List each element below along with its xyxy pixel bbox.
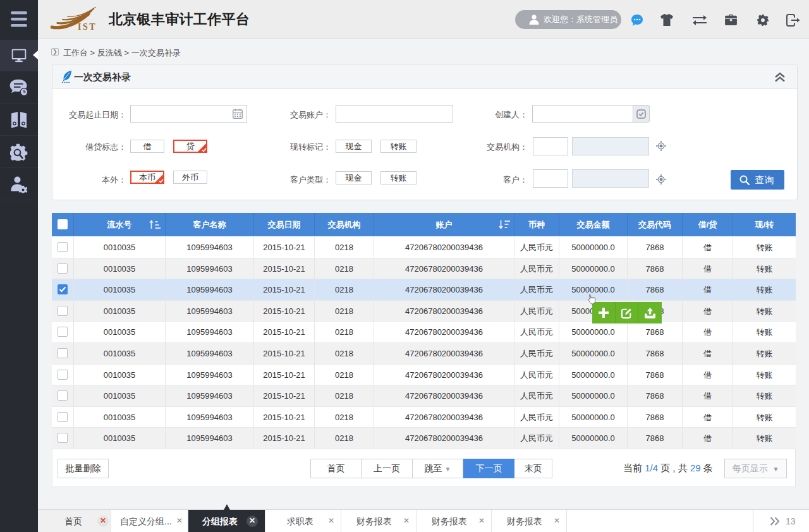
svg-text:IST: IST <box>78 22 97 32</box>
